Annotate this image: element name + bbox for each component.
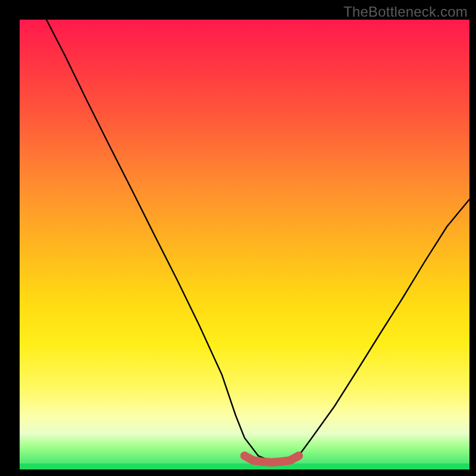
outer-frame: TheBottleneck.com xyxy=(0,0,476,476)
attribution-text: TheBottleneck.com xyxy=(343,4,468,20)
optimal-range-start-dot xyxy=(240,452,249,460)
bottleneck-curve xyxy=(46,20,469,462)
optimal-range-segment xyxy=(245,456,299,462)
optimal-range-end-dot xyxy=(295,452,303,460)
plot-svg xyxy=(20,20,469,469)
plot-area xyxy=(20,20,469,469)
